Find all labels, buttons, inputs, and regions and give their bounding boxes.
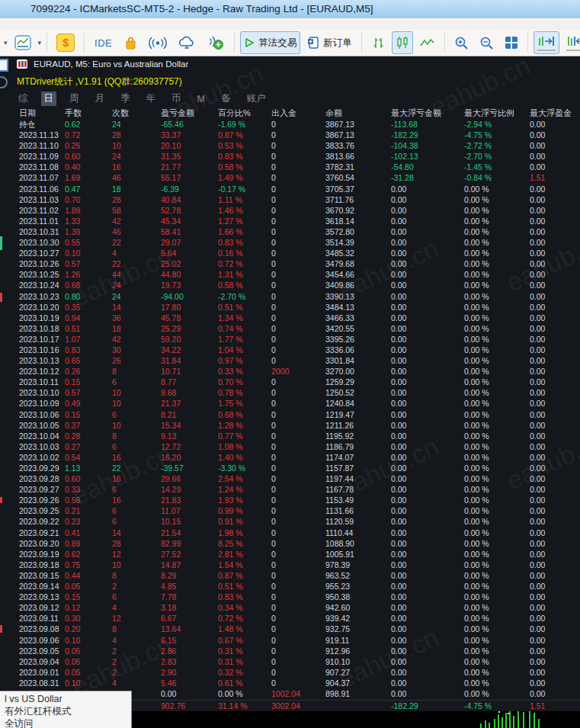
tab-note[interactable]: 备 bbox=[218, 91, 234, 106]
cell-pnl: 8.21 bbox=[161, 409, 218, 420]
cell-pnl: 25.29 bbox=[161, 323, 218, 334]
cell-date: 2023.09.19 bbox=[19, 549, 65, 560]
cell-pct: 0.00 % bbox=[218, 688, 271, 699]
indicator-title: MTDriver统计 ,V1.91 (QQ群:260937757) bbox=[17, 75, 182, 88]
account-funds-button[interactable]: $ bbox=[53, 31, 79, 54]
cell-lots: 1.26 bbox=[65, 269, 112, 280]
cell-lots: 1.33 bbox=[65, 216, 112, 226]
cell-maxdd: -182.29 bbox=[391, 701, 464, 711]
cell-inout: 0 bbox=[271, 291, 325, 302]
cell-inout: 0 bbox=[271, 549, 325, 560]
chart-type-caret[interactable]: ▾ bbox=[38, 39, 42, 47]
bar-chart-button[interactable] bbox=[367, 31, 389, 54]
cell-pnl: 10.71 bbox=[161, 366, 218, 377]
cell-inout: 0 bbox=[271, 473, 325, 484]
cell-trades: 36 bbox=[112, 313, 161, 323]
table-row: 2023.10.300.552229.070.83 %03514.390.000… bbox=[0, 237, 580, 248]
cell-maxfp: 0.00 bbox=[530, 313, 575, 323]
cell-maxdd: -31.28 bbox=[391, 172, 464, 183]
cell-balance: 1005.91 bbox=[325, 549, 391, 560]
tooltip-line: l vs US Dollar bbox=[5, 693, 127, 705]
chart-header: EURAUD, M5: Euro vs Australian Dollar bbox=[17, 59, 188, 69]
line-chart-button[interactable] bbox=[416, 31, 439, 54]
cell-maxfp: 0.00 bbox=[530, 162, 575, 172]
tab-summary[interactable]: 综 bbox=[15, 91, 31, 106]
cell-maxfp: 0.00 bbox=[530, 495, 575, 505]
cell-trades: 30 bbox=[112, 345, 161, 355]
tab-currency[interactable]: 币 bbox=[168, 91, 184, 106]
cell-maxdd-pct: 0.00 % bbox=[464, 387, 530, 398]
cell-inout: 0 bbox=[271, 334, 325, 345]
signal-icon bbox=[149, 37, 167, 50]
cell-maxfp: 0.00 bbox=[530, 516, 575, 527]
cell-lots: 0.70 bbox=[65, 194, 112, 205]
new-order-button[interactable]: 新订单 bbox=[303, 31, 356, 54]
chart-profile-caret[interactable]: ▾ bbox=[4, 39, 8, 47]
tab-quarter[interactable]: 季 bbox=[117, 91, 133, 106]
cell-trades: 22 bbox=[112, 237, 161, 248]
volume-bar bbox=[505, 713, 507, 728]
cell-pnl: 55.17 bbox=[161, 172, 218, 183]
tab-account[interactable]: 账户 bbox=[243, 91, 268, 106]
cell-inout: 0 bbox=[271, 431, 325, 441]
cell-inout: 0 bbox=[271, 667, 325, 678]
cell-maxdd-pct: 0.00 % bbox=[464, 452, 530, 463]
add-signal-button[interactable] bbox=[203, 31, 229, 54]
chart-type-button[interactable] bbox=[11, 31, 35, 54]
cloud-button[interactable] bbox=[174, 31, 200, 54]
shopping-bag-icon bbox=[123, 36, 138, 50]
algo-trading-button[interactable]: 算法交易 bbox=[240, 31, 300, 54]
cell-maxdd: 0.00 bbox=[391, 355, 464, 366]
cell-lots: 0.80 bbox=[65, 291, 112, 302]
cell-maxfp: 0.00 bbox=[530, 538, 575, 549]
cell-balance: 950.38 bbox=[325, 592, 391, 602]
table-row: 2023.09.180.751014.871.54 %0978.390.000.… bbox=[0, 560, 580, 570]
cell-date: 持仓 bbox=[19, 119, 65, 130]
cell-balance: 3409.86 bbox=[325, 280, 391, 290]
chart-area[interactable]: EURAUD, M5: Euro vs Australian Dollar MT… bbox=[0, 56, 580, 728]
cell-date: 2023.09.05 bbox=[19, 646, 65, 656]
tab-m[interactable]: M bbox=[194, 93, 208, 105]
cell-maxdd-pct: 0.00 % bbox=[464, 516, 530, 527]
cell-pct: 1.77 % bbox=[218, 334, 271, 345]
cell-pnl: 19.73 bbox=[161, 280, 218, 290]
cell-trades: 10 bbox=[112, 420, 161, 431]
cell-date: 2023.10.24 bbox=[19, 280, 65, 290]
market-button[interactable] bbox=[120, 31, 142, 54]
table-row: 2023.10.030.27612.721.08 %01186.790.000.… bbox=[0, 441, 580, 452]
ide-button[interactable]: IDE bbox=[95, 37, 112, 49]
signals-button[interactable] bbox=[145, 31, 171, 54]
tile-windows-button[interactable] bbox=[501, 31, 522, 54]
table-row: 2023.10.040.2889.130.77 %01195.920.000.0… bbox=[0, 431, 580, 441]
cell-lots: 0.15 bbox=[65, 377, 112, 387]
cell-maxfp: 0.00 bbox=[530, 624, 575, 634]
chart-shift-button[interactable] bbox=[562, 31, 580, 54]
cell-trades: 12 bbox=[112, 549, 161, 560]
zoom-out-button[interactable] bbox=[476, 31, 498, 54]
table-row: 2023.11.071.694655.171.49 %03760.54-31.2… bbox=[0, 172, 580, 183]
zoom-in-button[interactable] bbox=[450, 31, 473, 54]
cell-date: 2023.11.09 bbox=[19, 151, 65, 162]
tab-year[interactable]: 年 bbox=[143, 91, 159, 106]
cell-pct: 0.78 % bbox=[218, 387, 271, 398]
cell-date: 2023.10.23 bbox=[19, 291, 65, 302]
cell-maxfp: 0.00 bbox=[530, 560, 575, 570]
cell-inout: 0 bbox=[271, 528, 325, 538]
chart-preview-icon bbox=[14, 35, 31, 50]
auto-scroll-button[interactable] bbox=[534, 31, 559, 54]
titlebar[interactable]: 7099224 - ICMarketsSC-MT5-2 - Hedge - Ra… bbox=[0, 0, 580, 18]
cell-maxdd: 0.00 bbox=[391, 226, 464, 237]
tab-week[interactable]: 周 bbox=[66, 91, 82, 106]
cell-date: 2023.10.19 bbox=[19, 313, 65, 323]
cell-maxdd-pct: 0.00 % bbox=[464, 549, 530, 560]
candlestick-button[interactable] bbox=[392, 31, 413, 54]
cell-maxfp: 0.00 bbox=[530, 441, 575, 452]
cell-date: 2023.09.06 bbox=[19, 635, 65, 646]
column-header-pct: 百分比% bbox=[218, 107, 271, 119]
table-row: 2023.09.200.892882.998.25 %01088.900.000… bbox=[0, 538, 580, 549]
tab-day[interactable]: 日 bbox=[41, 91, 57, 106]
cell-date: 2023.10.12 bbox=[19, 366, 65, 377]
cell-pct: 0.58 % bbox=[218, 162, 271, 172]
tab-month[interactable]: 月 bbox=[92, 91, 108, 106]
cell-lots: 0.57 bbox=[65, 387, 112, 398]
